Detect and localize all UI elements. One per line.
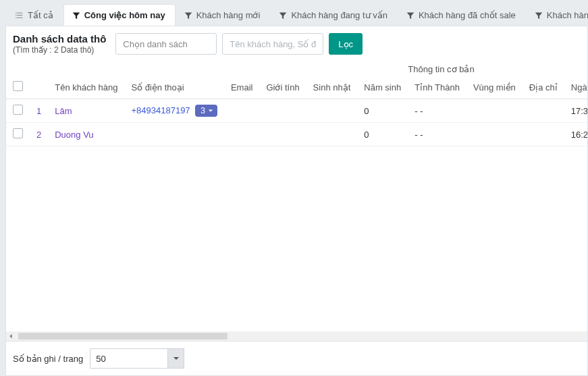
page-title: Danh sách data thô [13, 33, 106, 45]
customer-name-link[interactable]: Lâm [55, 106, 72, 116]
tab-all[interactable]: Tất cả [5, 4, 63, 26]
data-table: Thông tin cơ bản Tên khách hàng Số điện … [6, 59, 587, 146]
cell-address [523, 123, 564, 146]
cell-birthyear: 0 [357, 123, 408, 146]
cell-birthday [306, 99, 358, 123]
tab-new-customers[interactable]: Khách hàng mới [176, 4, 271, 26]
tab-consulting-customers[interactable]: Khách hàng đang tư vấn [270, 4, 398, 26]
col-province: Tỉnh Thành [408, 76, 466, 99]
tab-resell-customers[interactable]: Khách hàng Tái bán [526, 4, 588, 26]
toolbar: Danh sách data thô (Tìm thấy : 2 Data th… [6, 26, 587, 59]
cell-email [224, 99, 260, 123]
chevron-down-icon [167, 349, 184, 368]
col-region: Vùng miền [466, 76, 523, 99]
tab-bar: Tất cả Công việc hôm nay Khách hàng mới … [5, 4, 588, 26]
col-created: Ngày tạo [564, 76, 587, 99]
filter-icon [535, 11, 543, 20]
table-row: 2 Duong Vu 0 - - 16:23:29 16/12/2020 [6, 123, 587, 146]
scroll-thumb[interactable] [18, 333, 228, 340]
cell-province: - - [408, 123, 466, 146]
row-checkbox[interactable] [13, 105, 23, 115]
tab-label: Khách hàng mới [196, 10, 261, 20]
column-group-basic-info: Thông tin cơ bản [224, 59, 587, 76]
scroll-left-icon[interactable] [6, 331, 16, 341]
filter-icon [72, 11, 80, 20]
cell-address [523, 99, 564, 123]
rows-per-page-select[interactable]: 50 [90, 348, 184, 369]
col-address: Địa chỉ [523, 76, 564, 99]
tab-label: Tất cả [28, 10, 53, 20]
col-phone: Số điện thoại [124, 76, 223, 99]
phone-count: 3 [201, 106, 205, 115]
rows-per-page-label: Số bản ghi / trang [13, 354, 83, 364]
phone-link[interactable]: +84934187197 [131, 105, 190, 115]
horizontal-scrollbar[interactable] [6, 331, 587, 341]
list-select-placeholder: Chọn danh sách [123, 39, 187, 49]
col-birthday: Sinh nhật [306, 76, 358, 99]
row-index: 1 [30, 99, 48, 123]
list-icon [14, 11, 24, 20]
tab-label: Khách hàng đã chốt sale [419, 10, 516, 20]
phone-count-badge[interactable]: 3 [195, 105, 217, 117]
table-row: 1 Lâm +84934187197 3 0 [6, 99, 587, 123]
cell-gender [259, 123, 306, 146]
search-input[interactable] [222, 33, 323, 55]
col-gender: Giới tính [259, 76, 306, 99]
cell-gender [259, 99, 306, 123]
filter-icon [406, 11, 415, 20]
tab-today-tasks[interactable]: Công việc hôm nay [63, 4, 176, 26]
customer-name-link[interactable]: Duong Vu [55, 130, 93, 140]
filter-icon [279, 11, 287, 20]
pagination-footer: Số bản ghi / trang 50 [6, 341, 587, 375]
cell-region [466, 123, 523, 146]
chevron-down-icon [208, 108, 213, 113]
cell-email [224, 123, 260, 146]
cell-province: - - [408, 99, 466, 123]
tab-label: Khách hàng đang tư vấn [291, 10, 387, 20]
cell-birthyear: 0 [357, 99, 408, 123]
col-name: Tên khách hàng [48, 76, 124, 99]
page-subtitle: (Tìm thấy : 2 Data thô) [13, 45, 106, 55]
list-select[interactable]: Chọn danh sách [115, 33, 217, 55]
cell-created: 17:35:27 22/12/2020 [564, 99, 587, 123]
row-checkbox[interactable] [13, 128, 23, 138]
filter-icon [184, 11, 192, 20]
cell-region [466, 99, 523, 123]
content-panel: Danh sách data thô (Tìm thấy : 2 Data th… [5, 26, 588, 376]
tab-label: Công việc hôm nay [84, 10, 165, 20]
select-all-checkbox[interactable] [13, 81, 23, 91]
page-title-block: Danh sách data thô (Tìm thấy : 2 Data th… [13, 33, 106, 54]
tab-closed-sale-customers[interactable]: Khách hàng đã chốt sale [398, 4, 526, 26]
row-index: 2 [30, 123, 48, 146]
col-email: Email [224, 76, 260, 99]
rows-per-page-value: 50 [96, 354, 105, 364]
filter-button[interactable]: Lọc [329, 33, 363, 55]
cell-birthday [306, 123, 358, 146]
tab-label: Khách hàng Tái bán [547, 10, 588, 20]
table-scroll[interactable]: Thông tin cơ bản Tên khách hàng Số điện … [6, 59, 587, 331]
col-birthyear: Năm sinh [357, 76, 408, 99]
cell-created: 16:23:29 16/12/2020 [564, 123, 587, 146]
